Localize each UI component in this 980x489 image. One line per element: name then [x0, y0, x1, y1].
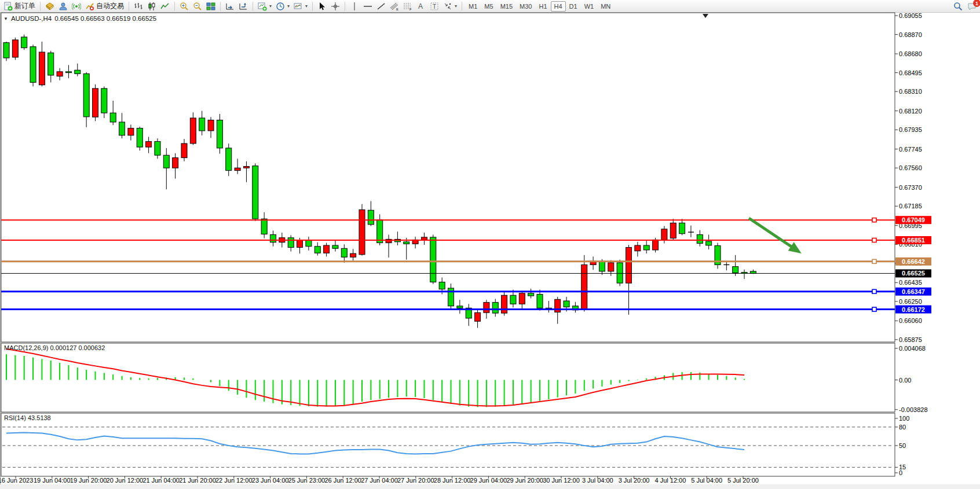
candle-body — [617, 263, 623, 283]
svg-text:16 Jun 2023: 16 Jun 2023 — [0, 477, 33, 484]
hline-handle[interactable] — [872, 218, 876, 222]
svg-text:0.66525: 0.66525 — [902, 270, 925, 277]
candle-body — [528, 293, 534, 296]
svg-text:0.68310: 0.68310 — [899, 88, 922, 95]
candle-body — [199, 118, 205, 131]
hline-handle[interactable] — [872, 289, 876, 293]
svg-text:-0.003828: -0.003828 — [899, 406, 928, 413]
svg-text:0.67935: 0.67935 — [899, 126, 922, 133]
svg-text:5 Jul 04:00: 5 Jul 04:00 — [691, 477, 722, 484]
candle-body — [626, 248, 632, 284]
svg-text:0.68680: 0.68680 — [899, 50, 922, 57]
candle-body — [128, 128, 134, 135]
candle-body — [484, 303, 489, 313]
svg-text:30 Jun 12:00: 30 Jun 12:00 — [543, 477, 580, 484]
candle-body — [253, 166, 258, 219]
candle-body — [110, 113, 116, 122]
candle-body — [119, 122, 125, 135]
svg-text:0.68120: 0.68120 — [899, 108, 922, 115]
candle-body — [332, 245, 338, 248]
svg-text:19 Jun 04:00: 19 Jun 04:00 — [34, 477, 71, 484]
svg-text:50: 50 — [899, 442, 906, 449]
candle-body — [404, 242, 409, 244]
candle-body — [661, 229, 667, 240]
svg-text:0.67185: 0.67185 — [899, 203, 922, 209]
candle-body — [217, 120, 222, 148]
candle-body — [190, 118, 196, 144]
svg-text:29 Jun 20:00: 29 Jun 20:00 — [506, 477, 543, 484]
candle-body — [57, 72, 63, 76]
chart-expand-icon[interactable]: ▼ — [3, 16, 8, 21]
candle-body — [173, 158, 178, 168]
svg-text:3 Jul 20:00: 3 Jul 20:00 — [619, 477, 650, 484]
candle-body — [163, 155, 169, 168]
chart-symbol-title: AUDUSD-,H4 — [11, 15, 52, 22]
rsi-name: RSI(14) — [4, 414, 26, 421]
svg-text:23 Jun 04:00: 23 Jun 04:00 — [252, 477, 289, 484]
svg-text:25 Jun 23:00: 25 Jun 23:00 — [288, 477, 326, 484]
chart-plot[interactable]: 0.690550.688700.686800.684950.683100.681… — [0, 0, 980, 489]
svg-text:0.67370: 0.67370 — [899, 184, 922, 191]
candle-body — [377, 220, 383, 243]
candle-body — [288, 238, 294, 248]
candle-body — [582, 264, 587, 309]
candle-body — [181, 144, 187, 158]
svg-text:3 Jul 04:00: 3 Jul 04:00 — [582, 477, 613, 484]
candle-body — [697, 235, 703, 244]
svg-text:28 Jun 12:00: 28 Jun 12:00 — [434, 477, 471, 484]
hline-handle[interactable] — [872, 307, 876, 311]
candle-body — [226, 148, 232, 171]
svg-text:100: 100 — [899, 415, 909, 422]
macd-indicator-label: MACD(12,26,9) 0.000127 0.000632 — [4, 344, 105, 351]
candle-body — [83, 73, 89, 116]
svg-text:4 Jul 12:00: 4 Jul 12:00 — [654, 477, 686, 484]
candle-body — [502, 295, 507, 313]
pane-frames — [1, 13, 895, 476]
svg-text:27 Jun 04:00: 27 Jun 04:00 — [361, 477, 398, 484]
macd-signal-value: 0.000632 — [78, 344, 105, 351]
candle-body — [146, 141, 152, 147]
svg-text:19 Jun 20:00: 19 Jun 20:00 — [70, 477, 107, 484]
candle-body — [368, 210, 374, 225]
candle-body — [475, 312, 481, 321]
svg-text:0.66250: 0.66250 — [899, 298, 922, 305]
candle-body — [350, 253, 356, 257]
hline-handle[interactable] — [872, 259, 876, 263]
svg-text:0.67745: 0.67745 — [899, 146, 922, 153]
svg-text:0.66060: 0.66060 — [899, 317, 922, 324]
candle-body — [457, 306, 463, 308]
candle-body — [421, 237, 427, 240]
svg-text:0.66435: 0.66435 — [899, 279, 922, 286]
svg-text:0.66642: 0.66642 — [902, 258, 925, 265]
candle-body — [706, 241, 712, 245]
candle-body — [21, 37, 27, 48]
candle-body — [208, 120, 214, 130]
candle-body — [670, 223, 676, 238]
candle-body — [30, 47, 36, 83]
candle-body — [48, 53, 54, 75]
rsi-value: 43.5138 — [28, 414, 51, 421]
svg-text:21 Jun 20:00: 21 Jun 20:00 — [179, 477, 216, 484]
rsi-indicator-label: RSI(14) 43.5138 — [4, 414, 51, 421]
svg-text:0.66347: 0.66347 — [902, 288, 925, 295]
svg-text:0.67560: 0.67560 — [899, 164, 922, 171]
svg-text:20 Jun 12:00: 20 Jun 12:00 — [107, 477, 144, 484]
svg-text:0.68495: 0.68495 — [899, 69, 922, 76]
svg-text:0.004068: 0.004068 — [899, 345, 926, 352]
svg-text:5 Jul 20:00: 5 Jul 20:00 — [727, 477, 759, 484]
candle-body — [519, 293, 525, 304]
candle-body — [679, 223, 685, 233]
svg-text:26 Jun 12:00: 26 Jun 12:00 — [324, 477, 361, 484]
candle-body — [341, 248, 347, 257]
hline-handle[interactable] — [872, 238, 876, 242]
candle-body — [93, 89, 98, 117]
candle-body — [635, 245, 641, 251]
svg-text:80: 80 — [899, 424, 906, 431]
candle-body — [643, 245, 649, 250]
candle-body — [324, 245, 330, 253]
svg-text:22 Jun 12:00: 22 Jun 12:00 — [215, 477, 253, 484]
candle-body — [75, 70, 81, 73]
svg-text:21 Jun 04:00: 21 Jun 04:00 — [142, 477, 180, 484]
time-axis: 16 Jun 202319 Jun 04:0019 Jun 20:0020 Ju… — [0, 476, 759, 484]
chart-title-bar: ▼ AUDUSD-,H4 0.66545 0.66563 0.66519 0.6… — [3, 15, 156, 22]
